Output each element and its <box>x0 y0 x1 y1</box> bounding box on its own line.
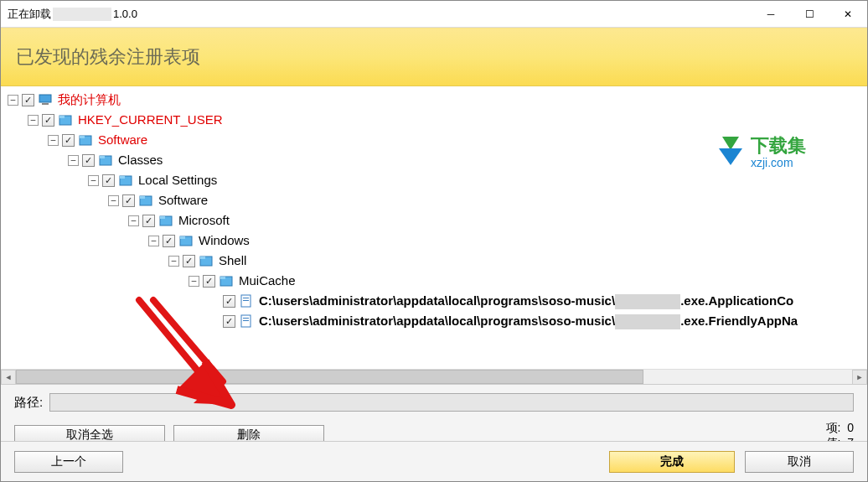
svg-rect-22 <box>243 300 249 301</box>
tree-checkbox[interactable]: ✓ <box>142 215 155 227</box>
folder-icon <box>78 132 93 148</box>
cancel-button[interactable]: 取消 <box>745 451 854 473</box>
expander-icon[interactable]: − <box>28 115 39 126</box>
expander-icon[interactable]: − <box>8 95 18 106</box>
svg-text:下载集: 下载集 <box>750 135 806 156</box>
finish-button[interactable]: 完成 <box>609 451 735 473</box>
banner-title: 已发现的残余注册表项 <box>16 44 200 70</box>
redacted <box>615 314 680 329</box>
expander-icon[interactable]: − <box>128 215 139 226</box>
folder-icon <box>178 233 194 248</box>
footer-panel: 路径: 取消全选 删除 项: 0 值: 7 <box>1 384 867 441</box>
titlebar-text: 正在卸载1.0.0 <box>8 7 137 22</box>
tree-checkbox[interactable]: ✓ <box>22 94 34 106</box>
expander-icon[interactable]: − <box>189 276 199 287</box>
svg-marker-27 <box>719 148 742 165</box>
expander-icon[interactable]: − <box>48 135 59 146</box>
tree-node-label[interactable]: MuiCache <box>237 271 297 291</box>
tree-node-label[interactable]: Windows <box>197 231 251 251</box>
path-label: 路径: <box>14 395 43 411</box>
svg-rect-15 <box>180 236 185 239</box>
tree-checkbox[interactable]: ✓ <box>223 295 235 308</box>
redacted <box>615 294 680 309</box>
tree-node-label[interactable]: Software <box>157 190 209 210</box>
watermark-logo: 下载集 xzji.com <box>712 132 850 174</box>
path-display <box>49 393 854 412</box>
scroll-thumb[interactable] <box>16 370 643 384</box>
svg-rect-5 <box>80 136 85 138</box>
scroll-track[interactable] <box>16 370 852 384</box>
horizontal-scrollbar[interactable]: ◄ ► <box>1 369 867 384</box>
scroll-left-icon[interactable]: ◄ <box>1 370 16 385</box>
tree-node-label[interactable]: HKEY_CURRENT_USER <box>76 110 225 130</box>
svg-rect-9 <box>120 176 125 179</box>
svg-rect-11 <box>140 196 145 199</box>
tree-leaf-label[interactable]: C:\users\administrator\appdata\local\pro… <box>257 291 795 311</box>
svg-rect-19 <box>220 277 225 279</box>
svg-marker-26 <box>722 137 739 150</box>
close-button[interactable]: ✕ <box>829 1 867 28</box>
expander-icon[interactable]: − <box>148 236 159 246</box>
scroll-right-icon[interactable]: ► <box>852 370 867 385</box>
tree-node-label[interactable]: Classes <box>116 150 164 170</box>
folder-icon <box>219 273 234 288</box>
svg-rect-25 <box>243 320 249 321</box>
tree-checkbox[interactable]: ✓ <box>203 275 215 288</box>
tree-node-label[interactable]: Shell <box>217 251 248 271</box>
tree-checkbox[interactable]: ✓ <box>102 174 115 187</box>
previous-button[interactable]: 上一个 <box>14 451 123 473</box>
svg-rect-7 <box>100 156 105 158</box>
svg-rect-13 <box>160 216 165 219</box>
folder-icon <box>118 173 133 188</box>
minimize-button[interactable]: ─ <box>752 1 790 28</box>
maximize-button[interactable]: ☐ <box>790 1 829 28</box>
tree-checkbox[interactable]: ✓ <box>183 255 195 267</box>
svg-rect-0 <box>39 95 51 102</box>
banner: 已发现的残余注册表项 <box>1 28 867 86</box>
tree-leaf-label[interactable]: C:\users\administrator\appdata\local\pro… <box>257 311 799 331</box>
svg-rect-17 <box>200 257 205 259</box>
tree-node-label[interactable]: Local Settings <box>137 170 219 190</box>
folder-icon <box>138 193 153 208</box>
tree-node-label[interactable]: Microsoft <box>177 210 231 231</box>
tree-checkbox[interactable]: ✓ <box>42 114 54 127</box>
tree-checkbox[interactable]: ✓ <box>62 134 75 147</box>
dialog-buttons: 上一个 完成 取消 <box>1 441 867 481</box>
expander-icon[interactable]: − <box>68 155 79 166</box>
svg-text:xzji.com: xzji.com <box>751 156 793 169</box>
expander-icon[interactable]: − <box>168 256 179 267</box>
tree-root-label[interactable]: 我的计算机 <box>56 90 122 110</box>
folder-icon <box>158 213 173 228</box>
app-window: 正在卸载1.0.0 ─ ☐ ✕ 已发现的残余注册表项 − ✓ 我的计算机 − ✓… <box>0 0 868 482</box>
titlebar: 正在卸载1.0.0 ─ ☐ ✕ <box>1 1 867 28</box>
document-icon <box>239 293 254 308</box>
folder-icon <box>199 253 214 268</box>
computer-icon <box>38 92 53 107</box>
expander-icon[interactable]: − <box>108 195 119 206</box>
svg-rect-3 <box>59 116 65 118</box>
tree-node-label[interactable]: Software <box>96 130 149 150</box>
tree-area: − ✓ 我的计算机 − ✓ HKEY_CURRENT_USER − ✓ Soft… <box>1 86 867 369</box>
tree-checkbox[interactable]: ✓ <box>82 154 95 167</box>
folder-icon <box>98 153 113 168</box>
tree-checkbox[interactable]: ✓ <box>223 315 235 328</box>
svg-rect-1 <box>42 103 49 105</box>
tree-checkbox[interactable]: ✓ <box>163 235 175 247</box>
svg-rect-21 <box>243 298 249 298</box>
expander-icon[interactable]: − <box>88 175 99 186</box>
titlebar-redacted <box>53 8 111 21</box>
registry-tree: − ✓ 我的计算机 − ✓ HKEY_CURRENT_USER − ✓ Soft… <box>4 90 867 331</box>
document-icon <box>239 314 254 329</box>
folder-icon <box>58 112 73 127</box>
tree-checkbox[interactable]: ✓ <box>122 194 135 207</box>
svg-rect-24 <box>243 318 249 319</box>
